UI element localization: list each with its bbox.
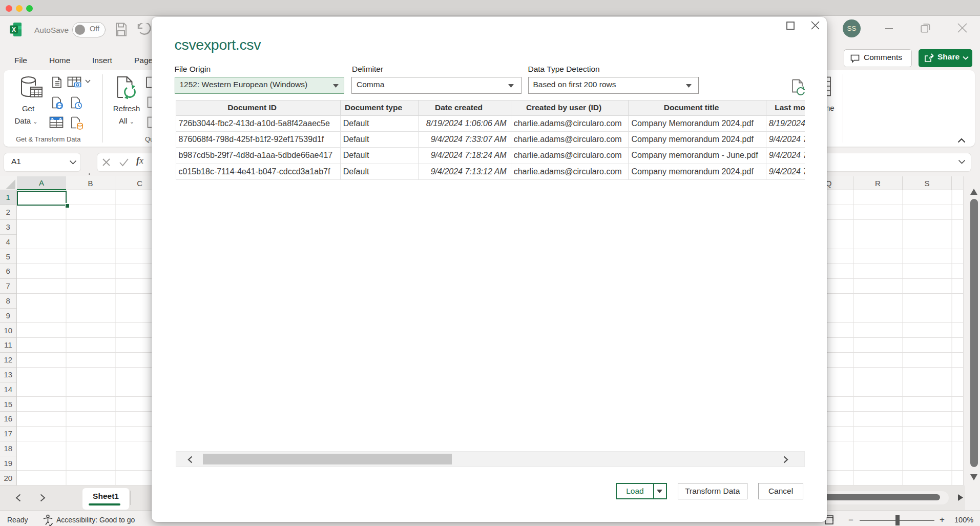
svg-text:X: X (12, 26, 16, 33)
